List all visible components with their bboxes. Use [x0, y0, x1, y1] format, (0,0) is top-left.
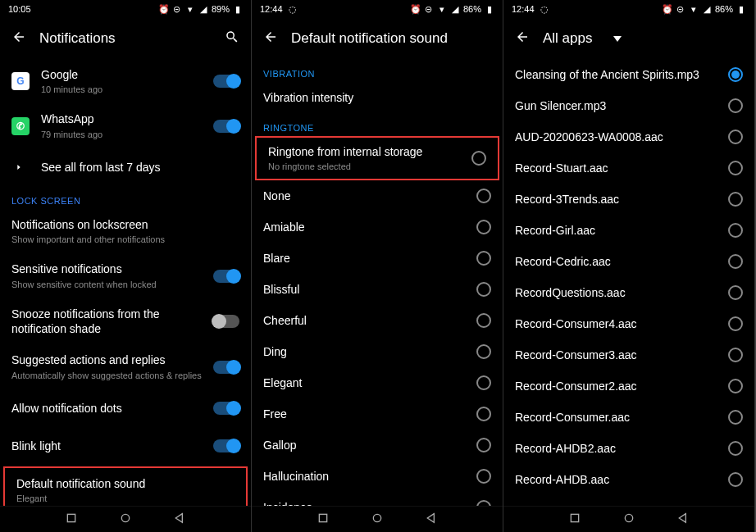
back-icon[interactable] [11, 30, 26, 48]
setting-row[interactable]: Notifications on lockscreen Show importa… [0, 209, 251, 253]
radio-button[interactable] [728, 379, 743, 393]
file-name: RecordQuestions.aac [515, 285, 728, 300]
toggle-switch[interactable] [213, 270, 239, 283]
file-row[interactable]: RecordQuestions.aac [503, 277, 754, 308]
file-row[interactable]: AUD-20200623-WA0008.aac [503, 121, 754, 152]
file-row[interactable]: Record-Cedric.aac [503, 246, 754, 277]
radio-button[interactable] [728, 192, 743, 207]
file-row[interactable]: Cleansing of the Ancient Spirits.mp3 [503, 59, 754, 90]
toggle-switch[interactable] [213, 315, 239, 328]
file-row[interactable]: Record-3Trends.aac [503, 184, 754, 215]
radio-button[interactable] [728, 472, 743, 487]
nav-back-icon[interactable] [173, 512, 186, 528]
toggle-switch[interactable] [213, 120, 239, 133]
nav-home-icon[interactable] [371, 512, 384, 528]
ringtone-name: Gallop [263, 438, 476, 452]
file-row[interactable]: Record-AHDB2.aac [503, 433, 754, 464]
see-all-row[interactable]: See all from last 7 days [0, 148, 251, 186]
toggle-switch[interactable] [213, 361, 239, 374]
radio-button[interactable] [476, 282, 491, 297]
setting-row[interactable]: Allow notification dots [0, 389, 251, 427]
ringtone-name: Cheerful [263, 313, 476, 328]
radio-button[interactable] [476, 220, 491, 234]
file-row[interactable]: Record-Consumer2.aac [503, 371, 754, 402]
radio-button[interactable] [476, 344, 491, 359]
file-name: Record-Consumer.aac [515, 410, 728, 425]
file-row[interactable]: Record-Consumer3.aac [503, 339, 754, 371]
radio-button[interactable] [728, 130, 743, 144]
radio-button[interactable] [728, 254, 743, 269]
radio-button[interactable] [728, 67, 743, 82]
radio-button[interactable] [476, 189, 491, 203]
file-row[interactable]: Record-Consumer4.aac [503, 308, 754, 339]
setting-row[interactable]: Suggested actions and replies Automatica… [0, 344, 251, 389]
ringtone-row[interactable]: Cheerful [252, 305, 503, 336]
search-icon[interactable] [225, 30, 239, 48]
file-row[interactable]: Record-Consumer.aac [503, 402, 754, 433]
nav-back-icon[interactable] [425, 512, 438, 528]
status-battery: 86% [463, 4, 481, 14]
radio-button[interactable] [728, 223, 743, 238]
ringtone-row[interactable]: Elegant [252, 367, 503, 398]
status-time: 12:44 [260, 4, 283, 14]
radio-button[interactable] [728, 285, 743, 300]
ringtone-row[interactable]: None [252, 180, 503, 211]
nav-recents-icon[interactable] [317, 512, 330, 528]
ringtone-row[interactable]: Hallucination [252, 461, 503, 492]
vibration-intensity-label: Vibration intensity [263, 90, 491, 105]
vibration-intensity-row[interactable]: Vibration intensity [252, 82, 503, 113]
nav-home-icon[interactable] [622, 512, 635, 528]
file-row[interactable]: Record-Girl.aac [503, 215, 754, 246]
radio-button[interactable] [728, 98, 743, 113]
radio-button[interactable] [728, 441, 743, 456]
ringtone-row[interactable]: Free [252, 398, 503, 430]
ringtone-row[interactable]: Ding [252, 336, 503, 367]
nav-home-icon[interactable] [119, 512, 132, 528]
radio-button[interactable] [728, 410, 743, 425]
default-sound-row[interactable]: Default notification sound Elegant [3, 466, 248, 506]
nav-recents-icon[interactable] [65, 512, 78, 528]
dropdown-icon[interactable] [613, 36, 622, 42]
app-sub: 79 minutes ago [41, 129, 213, 140]
ringtone-from-storage-row[interactable]: Ringtone from internal storage No ringto… [255, 136, 499, 180]
toggle-switch[interactable] [213, 402, 239, 415]
setting-label: Blink light [11, 439, 213, 453]
setting-row[interactable]: Snooze notifications from the notificati… [0, 298, 251, 344]
radio-button[interactable] [476, 251, 491, 266]
nav-recents-icon[interactable] [568, 512, 581, 528]
svg-rect-4 [571, 514, 578, 521]
radio-button[interactable] [728, 348, 743, 362]
file-row[interactable]: Record-Stuart.aac [503, 152, 754, 184]
radio-button[interactable] [471, 151, 486, 166]
radio-button[interactable] [728, 316, 743, 331]
radio-button[interactable] [476, 375, 491, 390]
toggle-switch[interactable] [213, 439, 239, 452]
radio-button[interactable] [476, 469, 491, 484]
radio-button[interactable] [728, 161, 743, 175]
file-list[interactable]: Cleansing of the Ancient Spirits.mp3 Gun… [503, 59, 754, 506]
setting-label: Notifications on lockscreen [11, 217, 239, 232]
toggle-switch[interactable] [213, 75, 239, 88]
ringtone-row[interactable]: Amiable [252, 211, 503, 243]
app-row[interactable]: G Google 10 minutes ago [0, 59, 251, 103]
file-row[interactable]: Gun Silencer.mp3 [503, 90, 754, 121]
radio-button[interactable] [476, 407, 491, 421]
setting-row[interactable]: Blink light [0, 427, 251, 465]
ringtone-row[interactable]: Gallop [252, 430, 503, 461]
sound-list[interactable]: Vibration Vibration intensity Ringtone R… [252, 59, 503, 506]
wifi-icon: ▾ [437, 4, 447, 14]
back-icon[interactable] [515, 30, 530, 48]
radio-button[interactable] [476, 438, 491, 452]
alarm-icon: ⏰ [159, 4, 169, 14]
back-icon[interactable] [263, 30, 278, 48]
app-row[interactable]: ✆ WhatsApp 79 minutes ago [0, 103, 251, 148]
ringtone-row[interactable]: Blare [252, 243, 503, 274]
ringtone-row[interactable]: Blissful [252, 274, 503, 305]
file-row[interactable]: Record-AHDB.aac [503, 464, 754, 495]
ringtone-row[interactable]: Incidence [252, 492, 503, 506]
settings-list[interactable]: G Google 10 minutes ago ✆ WhatsApp 79 mi… [0, 59, 251, 506]
radio-button[interactable] [476, 313, 491, 328]
setting-row[interactable]: Sensitive notifications Show sensitive c… [0, 253, 251, 298]
nav-back-icon[interactable] [676, 512, 690, 528]
wifi-icon: ▾ [185, 4, 195, 14]
